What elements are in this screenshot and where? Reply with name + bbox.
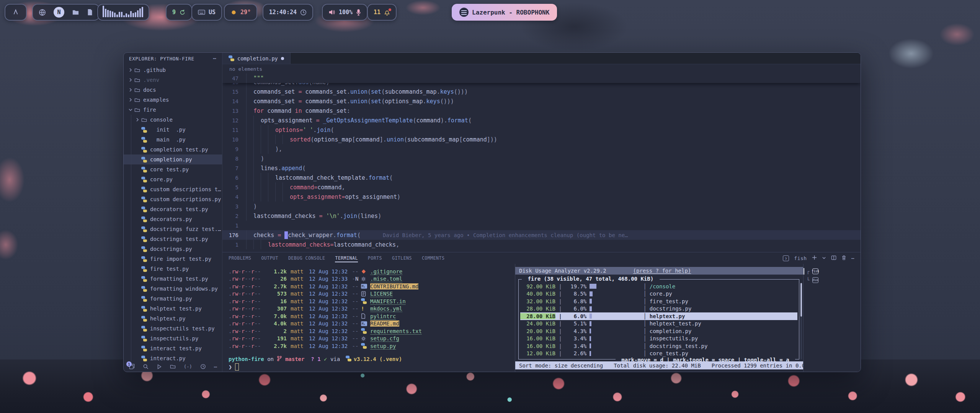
panel-tab-comments[interactable]: COMMENTS bbox=[422, 252, 444, 264]
code-line[interactable]: 6lastcommand_check_template.format( bbox=[222, 173, 861, 182]
code-line[interactable]: 2lastcommand_checks = '\n'.join(lines) bbox=[222, 211, 861, 221]
panel-tab-terminal[interactable]: TERMINAL bbox=[335, 252, 358, 264]
tree-item-helptext.py[interactable]: helptext.py bbox=[124, 314, 222, 324]
code-line[interactable]: 1 bbox=[222, 221, 861, 230]
panel-tab-debug-console[interactable]: DEBUG CONSOLE bbox=[288, 252, 325, 264]
panel-tab-problems[interactable]: PROBLEMS bbox=[229, 252, 251, 264]
code-line[interactable]: 8) bbox=[222, 154, 861, 163]
code-line[interactable]: 7lines.append( bbox=[222, 163, 861, 173]
tree-item-helptext_test.py[interactable]: helptext_test.py bbox=[124, 304, 222, 314]
chevron-down-icon[interactable] bbox=[128, 107, 134, 112]
folder-icon[interactable] bbox=[170, 364, 176, 369]
dua-row[interactable]: 40.00 KiB | 8.5%│core.py bbox=[520, 290, 797, 298]
terminal-list-item-dua[interactable]: └dua bbox=[804, 276, 861, 285]
file-name[interactable]: setup.cfg bbox=[370, 335, 399, 341]
tree-item-completion.py[interactable]: completion.py bbox=[124, 154, 222, 164]
chevron-right-icon[interactable] bbox=[128, 78, 134, 82]
terminal-dua[interactable]: Disk Usage Analyzer v2.29.2 (press ? for… bbox=[515, 264, 803, 372]
code-line[interactable]: 10sorted(options_map[command].union(subc… bbox=[222, 135, 861, 144]
tree-item-custom_descriptions_test.[interactable]: custom_descriptions_test.… bbox=[124, 184, 222, 194]
code-line[interactable]: 1lastcommand_checks=lastcommand_checks, bbox=[222, 240, 861, 249]
tree-item-formatting_test.py[interactable]: formatting_test.py bbox=[124, 274, 222, 284]
terminal-dropdown-icon[interactable] bbox=[822, 255, 826, 261]
file-name[interactable]: setup.py bbox=[370, 343, 396, 349]
dua-row[interactable]: 92.00 KiB | 19.7%│/console bbox=[520, 283, 797, 290]
chevron-right-icon[interactable] bbox=[128, 88, 134, 92]
weather-widget[interactable]: 29° bbox=[224, 4, 257, 21]
dua-row[interactable]: 16.00 KiB | 3.4%│inspectutils.py bbox=[520, 335, 797, 343]
chevron-right-icon[interactable] bbox=[128, 98, 134, 102]
dua-row[interactable]: 32.00 KiB | 6.8%│fire_test.py bbox=[520, 298, 797, 305]
launcher-button[interactable] bbox=[5, 4, 27, 21]
shell-input-line[interactable]: ❯ bbox=[229, 363, 515, 371]
tree-item-formatting_windows.py[interactable]: formatting_windows.py bbox=[124, 284, 222, 294]
tree-item-docs[interactable]: docs bbox=[124, 85, 222, 95]
code-editor[interactable]: 16commands_set.add(name)15commands_set =… bbox=[222, 73, 861, 252]
file-name[interactable]: .mise.toml bbox=[370, 276, 402, 282]
file-name[interactable]: CONTRIBUTING.md bbox=[370, 283, 418, 289]
tree-item-decorators_test.py[interactable]: decorators_test.py bbox=[124, 204, 222, 214]
tree-item-docstrings.py[interactable]: docstrings.py bbox=[124, 244, 222, 254]
code-line[interactable]: 9), bbox=[222, 144, 861, 154]
tree-item-.github[interactable]: .github bbox=[124, 65, 222, 75]
tree-item-completion_test.py[interactable]: completion_test.py bbox=[124, 145, 222, 154]
kill-terminal-button[interactable] bbox=[841, 255, 846, 262]
tree-item-.venv[interactable]: .venv bbox=[124, 75, 222, 85]
tree-item-fire_test.py[interactable]: fire_test.py bbox=[124, 264, 222, 274]
code-line[interactable]: 4opts_assignment=opts_assignment) bbox=[222, 192, 861, 202]
tab-completion-py[interactable]: completion.py bbox=[222, 53, 291, 64]
tree-item-fire[interactable]: fire bbox=[124, 105, 222, 115]
code-line-current[interactable]: 176checks = check_wrapper.format(David B… bbox=[222, 230, 861, 240]
tree-item-core.py[interactable]: core.py bbox=[124, 174, 222, 184]
tree-item-console[interactable]: console bbox=[124, 115, 222, 125]
notifications-widget[interactable]: 11 bbox=[367, 4, 397, 21]
tree-item-fire_import_test.py[interactable]: fire_import_test.py bbox=[124, 254, 222, 264]
music-player-widget[interactable]: Lazerpunk - ROBOPHONK bbox=[452, 4, 557, 21]
tree-item-core_test.py[interactable]: core_test.py bbox=[124, 164, 222, 174]
panel-tab-ports[interactable]: PORTS bbox=[368, 252, 382, 264]
code-line[interactable]: 14commands_set = commands_set.union(set(… bbox=[222, 96, 861, 106]
debug-icon[interactable] bbox=[157, 364, 162, 369]
tree-item-inspectutils_test.py[interactable]: inspectutils_test.py bbox=[124, 324, 222, 333]
notes-app-icon[interactable]: N bbox=[54, 7, 64, 18]
search-icon[interactable] bbox=[143, 364, 149, 369]
keyboard-layout-widget[interactable]: US bbox=[191, 4, 222, 21]
new-terminal-button[interactable] bbox=[812, 255, 817, 261]
tree-item-inspectutils.py[interactable]: inspectutils.py bbox=[124, 333, 222, 343]
dua-row[interactable]: 20.00 KiB | 4.3%│completion.py bbox=[520, 327, 797, 335]
panel-tab-output[interactable]: OUTPUT bbox=[261, 252, 278, 264]
tree-item-__init__.py[interactable]: __init__.py bbox=[124, 125, 222, 135]
tree-item-docstrings_fuzz_test.py[interactable]: docstrings_fuzz_test.py bbox=[124, 224, 222, 234]
panel-tab-gitlens[interactable]: GITLENS bbox=[392, 252, 412, 264]
dua-scrollbar[interactable] bbox=[800, 283, 802, 359]
terminal-list-item-fish[interactable]: ┌fish bbox=[804, 267, 861, 276]
code-line[interactable]: 15commands_set = commands_set.union(set(… bbox=[222, 87, 861, 96]
clock-icon[interactable] bbox=[200, 364, 206, 369]
brackets-icon[interactable]: (‑) bbox=[184, 364, 192, 369]
split-terminal-button[interactable] bbox=[831, 255, 836, 262]
file-name[interactable]: requirements.txt bbox=[370, 328, 422, 334]
file-name[interactable]: .gitignore bbox=[370, 268, 402, 275]
folder-app-icon[interactable] bbox=[72, 9, 79, 16]
tree-item-interact.py[interactable]: interact.py bbox=[124, 353, 222, 361]
explorer-more-button[interactable]: ⋯ bbox=[213, 55, 217, 62]
code-line[interactable]: 5command=command, bbox=[222, 182, 861, 192]
clock-widget[interactable]: 12:40:24 bbox=[263, 4, 313, 21]
tree-item-examples[interactable]: examples bbox=[124, 95, 222, 105]
tree-item-interact_test.py[interactable]: interact_test.py bbox=[124, 343, 222, 353]
more-icon[interactable]: ⋯ bbox=[214, 364, 217, 370]
file-name[interactable]: README.md bbox=[370, 320, 399, 327]
file-name[interactable]: MANIFEST.in bbox=[370, 298, 406, 304]
file-app-icon[interactable] bbox=[87, 9, 93, 16]
tree-item-formatting.py[interactable]: formatting.py bbox=[124, 294, 222, 304]
panel-more-button[interactable]: ⋯ bbox=[851, 255, 854, 261]
globe-icon[interactable] bbox=[39, 9, 46, 16]
volume-widget[interactable]: 100% bbox=[322, 4, 368, 21]
code-line[interactable]: 3) bbox=[222, 202, 861, 211]
tree-item-__main__.py[interactable]: __main__.py bbox=[124, 135, 222, 145]
dua-row[interactable]: 28.00 KiB | 6.0%│docstrings.py bbox=[520, 305, 797, 313]
tree-item-custom_descriptions.py[interactable]: custom_descriptions.py bbox=[124, 194, 222, 204]
files-icon[interactable]: 1 bbox=[129, 364, 135, 369]
file-name[interactable]: pylintrc bbox=[370, 313, 396, 319]
dua-row[interactable]: 24.00 KiB | 5.1%│helptext_test.py bbox=[520, 320, 797, 328]
